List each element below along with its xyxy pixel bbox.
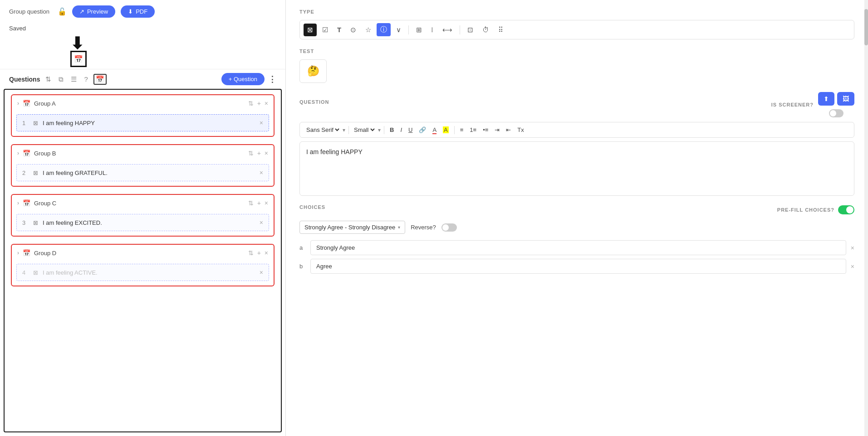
text-highlight-btn[interactable]: A [441,125,451,135]
list-icon-btn[interactable]: ☰ [69,74,78,84]
preview-button[interactable]: ↗ Preview [72,5,115,18]
choice-a-remove[interactable]: × [851,244,854,252]
q2-num: 2 [22,170,29,176]
group-d-actions: ⇅ + × [248,249,268,257]
bold-btn[interactable]: B [387,125,396,135]
group-b-sort[interactable]: ⇅ [248,150,254,157]
type-scale-btn[interactable]: ⁞ [427,24,437,36]
choice-a-letter: a [299,244,306,251]
type-matrix-x-btn[interactable]: ⊠ [304,24,317,36]
group-b-expand[interactable]: › [17,150,19,156]
choice-row-a: a × [299,240,854,255]
group-b-close[interactable]: × [265,150,268,157]
group-c-header: › 📅 Group C ⇅ + × [12,195,274,211]
pre-fill-toggle[interactable] [838,205,854,214]
choices-dropdown-arrow: ▾ [398,225,400,230]
test-emoji-icon: 🤔 [307,65,319,77]
type-clock-btn[interactable]: ⏱ [479,24,493,36]
type-arrow-btn[interactable]: ⟷ [439,24,456,36]
test-section: TEST 🤔 [299,48,854,83]
group-d-header: › 📅 Group D ⇅ + × [12,245,274,261]
question-item-3[interactable]: 3 ⊠ I am feeling EXCITED. × [16,214,269,231]
italic-btn[interactable]: I [398,125,404,135]
choice-a-input[interactable] [310,240,846,255]
upload-button[interactable]: ⬆ [818,92,834,106]
group-d-name: Group D [34,250,245,257]
group-a-expand[interactable]: › [17,100,19,107]
group-c-add[interactable]: + [257,199,261,207]
image-button[interactable]: 🖼 [837,92,854,106]
clear-format-btn[interactable]: Tx [515,125,526,135]
copy-icon-btn[interactable]: ⧉ [57,74,65,84]
is-screener-label: IS SCREENER? [771,102,814,107]
group-b-add[interactable]: + [257,150,261,157]
unordered-list-btn[interactable]: •≡ [481,125,490,135]
more-options-button[interactable]: ⋮ [268,74,276,84]
link-btn[interactable]: 🔗 [417,125,428,135]
add-question-button[interactable]: + Question [221,73,265,85]
choice-b-remove[interactable]: × [851,263,854,270]
choices-dropdown[interactable]: Strongly Agree - Strongly Disagree ▾ [299,221,405,234]
q1-text: I am feeling HAPPY [43,120,255,126]
group-a-header: › 📅 Group A ⇅ + × [12,95,274,111]
question-item-2[interactable]: 2 ⊠ I am feeling GRATEFUL. × [16,164,269,181]
text-color-btn[interactable]: A [430,125,439,135]
scrollbar-thumb[interactable] [864,9,868,45]
test-section-label: TEST [299,48,854,54]
q4-close[interactable]: × [260,269,263,276]
group-a-actions: ⇅ + × [248,100,268,107]
question-textarea[interactable]: I am feeling HAPPY [299,141,854,196]
choices-controls: Strongly Agree - Strongly Disagree ▾ Rev… [299,221,854,234]
type-dots-btn[interactable]: ⠿ [495,24,507,36]
type-dropdown-btn[interactable]: ∨ [392,24,405,36]
group-d-add[interactable]: + [257,249,261,257]
choice-b-input[interactable] [310,259,846,274]
type-camera-btn[interactable]: ⊙ [347,24,360,36]
q1-close[interactable]: × [260,119,263,126]
font-family-arrow: ▾ [343,127,345,133]
group-d-sort[interactable]: ⇅ [248,249,254,257]
question-item-4[interactable]: 4 ⊠ I am feeling ACTIVE. × [16,264,269,281]
q2-close[interactable]: × [260,169,263,176]
group-c-expand[interactable]: › [17,200,19,206]
ordered-list-btn[interactable]: 1≡ [467,125,479,135]
q4-num: 4 [22,269,29,276]
fmt-divider-2 [384,126,384,134]
group-a-close[interactable]: × [265,100,268,107]
q2-text: I am feeling GRATEFUL. [43,170,255,176]
help-icon-btn[interactable]: ? [82,74,89,84]
questions-bar: Questions ⇅ ⧉ ☰ ? 📅 + Question ⋮ [0,69,285,89]
type-text-btn[interactable]: T [333,24,345,36]
group-a-sort[interactable]: ⇅ [248,100,254,107]
font-family-select[interactable]: Sans Serif [304,126,341,134]
group-a-name: Group A [34,100,245,107]
screener-toggle[interactable] [829,109,843,117]
pdf-button[interactable]: ⬇ PDF [121,5,155,18]
reverse-toggle[interactable] [441,223,457,232]
group-c-sort[interactable]: ⇅ [248,199,254,207]
question-item-1[interactable]: 1 ⊠ I am feeling HAPPY × [16,114,269,131]
group-d-close[interactable]: × [265,249,268,257]
group-a-add[interactable]: + [257,100,261,107]
indent-btn[interactable]: ⇥ [492,125,502,135]
align-left-btn[interactable]: ≡ [458,125,466,135]
q3-close[interactable]: × [260,219,263,226]
calendar-icon-btn[interactable]: 📅 [93,74,107,85]
outdent-btn[interactable]: ⇤ [504,125,513,135]
type-info-btn[interactable]: ⓘ [377,23,391,36]
group-c-close[interactable]: × [265,199,268,207]
type-section-label: TYPE [299,9,854,15]
top-bar: Group question 🔓 ↗ Preview ⬇ PDF [0,0,285,23]
underline-btn[interactable]: U [406,125,415,135]
group-c-actions: ⇅ + × [248,199,268,207]
group-b-actions: ⇅ + × [248,150,268,157]
type-image-grid-btn[interactable]: ⊡ [464,24,477,36]
sort-icon-btn[interactable]: ⇅ [44,74,53,84]
type-checkbox-btn[interactable]: ☑ [319,24,332,36]
calendar-icon-highlighted: 📅 [74,55,83,63]
test-box[interactable]: 🤔 [299,59,327,83]
type-grid-btn[interactable]: ⊞ [412,24,426,36]
group-d-expand[interactable]: › [17,250,19,256]
type-star-btn[interactable]: ☆ [362,24,375,36]
font-size-select[interactable]: Small [352,126,376,134]
